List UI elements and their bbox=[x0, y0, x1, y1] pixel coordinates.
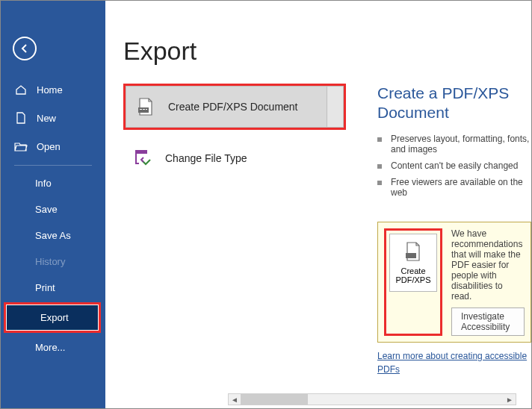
sidebar-item-export[interactable]: Export bbox=[6, 305, 99, 331]
sidebar-item-home[interactable]: Home bbox=[1, 75, 105, 104]
sidebar-item-label: Export bbox=[40, 312, 69, 323]
investigate-accessibility-button[interactable]: Investigate Accessibility bbox=[451, 307, 525, 336]
annotation-highlight: Create PDF/XPS Document bbox=[123, 84, 346, 130]
svg-rect-10 bbox=[136, 151, 146, 154]
sidebar-item-open[interactable]: Open bbox=[1, 132, 105, 160]
open-icon bbox=[14, 140, 28, 153]
home-icon bbox=[14, 83, 28, 96]
scroll-thumb[interactable] bbox=[241, 394, 308, 405]
sidebar-item-new[interactable]: New bbox=[1, 104, 105, 132]
svg-rect-8 bbox=[143, 109, 145, 110]
sidebar-item-info[interactable]: Info bbox=[1, 170, 105, 196]
button-label-line2: PDF/XPS bbox=[395, 275, 430, 284]
sidebar-divider bbox=[14, 165, 92, 166]
new-icon bbox=[14, 111, 28, 125]
backstage-sidebar: Home New Open Info Save Save As History … bbox=[1, 1, 105, 409]
sidebar-item-history: History bbox=[1, 249, 105, 275]
svg-rect-9 bbox=[146, 109, 147, 110]
sidebar-item-label: Open bbox=[37, 141, 61, 152]
sidebar-item-label: Save bbox=[35, 204, 58, 215]
scroll-right-arrow[interactable]: ► bbox=[504, 394, 516, 405]
sidebar-item-label: More... bbox=[35, 342, 65, 353]
list-item: Free viewers are available on the web bbox=[377, 174, 531, 201]
sidebar-item-more[interactable]: More... bbox=[1, 334, 105, 360]
option-dropdown-handle[interactable] bbox=[327, 86, 344, 128]
scroll-track[interactable] bbox=[241, 394, 504, 405]
scroll-left-arrow[interactable]: ◄ bbox=[229, 394, 241, 405]
button-label-line1: Create bbox=[400, 266, 425, 275]
annotation-highlight: Create PDF/XPS bbox=[384, 228, 442, 336]
sidebar-item-label: Save As bbox=[35, 230, 71, 241]
pdf-icon bbox=[403, 241, 423, 263]
main-area: Export Create PDF/XPS Document Change Fi… bbox=[105, 1, 531, 408]
sidebar-item-print[interactable]: Print bbox=[1, 275, 105, 301]
section-heading: Create a PDF/XPS Document bbox=[377, 84, 531, 123]
sidebar-item-label: Info bbox=[35, 178, 52, 189]
option-label: Change File Type bbox=[165, 152, 247, 164]
page-title: Export bbox=[123, 37, 531, 66]
option-create-pdf-xps[interactable]: Create PDF/XPS Document bbox=[126, 86, 327, 128]
sidebar-item-label: Print bbox=[35, 282, 55, 293]
annotation-highlight: Export bbox=[4, 302, 101, 333]
recommendation-panel: Create PDF/XPS We have recommendations t… bbox=[377, 222, 531, 343]
horizontal-scrollbar[interactable]: ◄ ► bbox=[228, 393, 516, 405]
sidebar-item-save[interactable]: Save bbox=[1, 196, 105, 222]
option-label: Create PDF/XPS Document bbox=[168, 101, 298, 113]
create-pdf-xps-button[interactable]: Create PDF/XPS bbox=[389, 234, 437, 292]
sidebar-item-saveas[interactable]: Save As bbox=[1, 222, 105, 249]
sidebar-item-label: History bbox=[35, 256, 65, 267]
list-item: Content can't be easily changed bbox=[377, 157, 531, 174]
back-button[interactable] bbox=[13, 37, 37, 60]
list-item: Preserves layout, formatting, fonts, and… bbox=[377, 131, 531, 157]
pdf-icon bbox=[135, 96, 156, 117]
sidebar-item-label: Home bbox=[37, 84, 63, 96]
sidebar-item-label: New bbox=[37, 113, 56, 124]
learn-more-link[interactable]: Learn more about creating accessible PDF… bbox=[377, 351, 527, 375]
recommendation-text: We have recommendations that will make t… bbox=[451, 228, 525, 302]
svg-rect-7 bbox=[140, 109, 142, 110]
change-file-type-icon bbox=[132, 148, 153, 169]
option-change-file-type[interactable]: Change File Type bbox=[123, 137, 325, 179]
svg-rect-6 bbox=[138, 107, 149, 113]
svg-rect-11 bbox=[406, 253, 416, 258]
feature-list: Preserves layout, formatting, fonts, and… bbox=[377, 131, 531, 201]
